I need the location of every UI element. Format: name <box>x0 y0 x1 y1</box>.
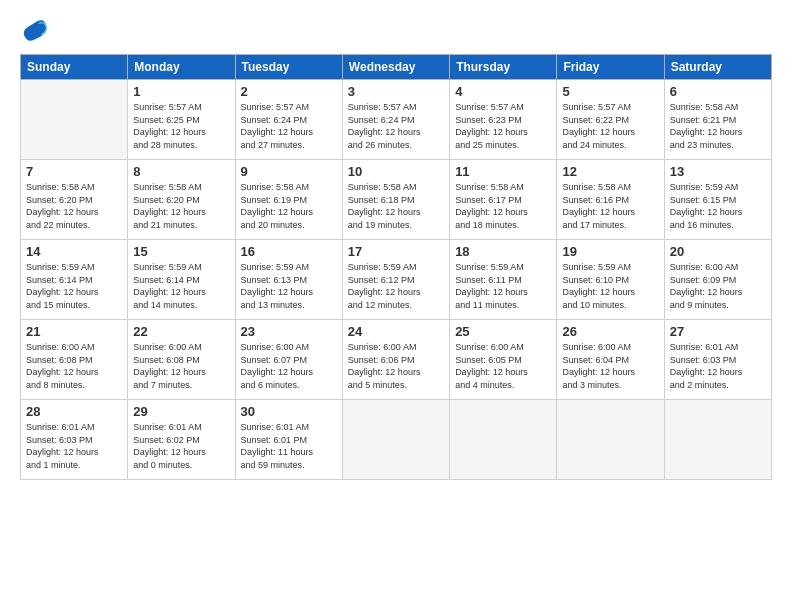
calendar-cell: 23Sunrise: 6:00 AMSunset: 6:07 PMDayligh… <box>235 320 342 400</box>
day-number: 28 <box>26 404 122 419</box>
calendar-cell: 24Sunrise: 6:00 AMSunset: 6:06 PMDayligh… <box>342 320 449 400</box>
day-info: Sunrise: 6:00 AMSunset: 6:06 PMDaylight:… <box>348 341 444 391</box>
logo <box>20 16 50 44</box>
calendar-cell: 21Sunrise: 6:00 AMSunset: 6:08 PMDayligh… <box>21 320 128 400</box>
calendar-cell: 29Sunrise: 6:01 AMSunset: 6:02 PMDayligh… <box>128 400 235 480</box>
day-info: Sunrise: 5:57 AMSunset: 6:23 PMDaylight:… <box>455 101 551 151</box>
day-number: 30 <box>241 404 337 419</box>
day-info: Sunrise: 5:58 AMSunset: 6:20 PMDaylight:… <box>26 181 122 231</box>
day-number: 15 <box>133 244 229 259</box>
day-info: Sunrise: 5:57 AMSunset: 6:24 PMDaylight:… <box>241 101 337 151</box>
weekday-header-saturday: Saturday <box>664 55 771 80</box>
day-info: Sunrise: 6:01 AMSunset: 6:02 PMDaylight:… <box>133 421 229 471</box>
day-number: 2 <box>241 84 337 99</box>
calendar-cell <box>450 400 557 480</box>
weekday-header-row: SundayMondayTuesdayWednesdayThursdayFrid… <box>21 55 772 80</box>
day-number: 26 <box>562 324 658 339</box>
day-info: Sunrise: 5:59 AMSunset: 6:15 PMDaylight:… <box>670 181 766 231</box>
day-info: Sunrise: 5:59 AMSunset: 6:14 PMDaylight:… <box>133 261 229 311</box>
day-info: Sunrise: 5:59 AMSunset: 6:13 PMDaylight:… <box>241 261 337 311</box>
day-info: Sunrise: 6:00 AMSunset: 6:08 PMDaylight:… <box>26 341 122 391</box>
day-number: 1 <box>133 84 229 99</box>
day-number: 21 <box>26 324 122 339</box>
day-number: 25 <box>455 324 551 339</box>
day-info: Sunrise: 5:58 AMSunset: 6:16 PMDaylight:… <box>562 181 658 231</box>
day-number: 14 <box>26 244 122 259</box>
weekday-header-thursday: Thursday <box>450 55 557 80</box>
day-info: Sunrise: 6:00 AMSunset: 6:09 PMDaylight:… <box>670 261 766 311</box>
calendar-cell: 12Sunrise: 5:58 AMSunset: 6:16 PMDayligh… <box>557 160 664 240</box>
calendar-week-row: 1Sunrise: 5:57 AMSunset: 6:25 PMDaylight… <box>21 80 772 160</box>
day-number: 7 <box>26 164 122 179</box>
calendar-table: SundayMondayTuesdayWednesdayThursdayFrid… <box>20 54 772 480</box>
calendar-cell: 16Sunrise: 5:59 AMSunset: 6:13 PMDayligh… <box>235 240 342 320</box>
weekday-header-sunday: Sunday <box>21 55 128 80</box>
calendar-cell: 28Sunrise: 6:01 AMSunset: 6:03 PMDayligh… <box>21 400 128 480</box>
day-number: 23 <box>241 324 337 339</box>
calendar-cell: 6Sunrise: 5:58 AMSunset: 6:21 PMDaylight… <box>664 80 771 160</box>
calendar-cell: 4Sunrise: 5:57 AMSunset: 6:23 PMDaylight… <box>450 80 557 160</box>
calendar-cell: 2Sunrise: 5:57 AMSunset: 6:24 PMDaylight… <box>235 80 342 160</box>
day-info: Sunrise: 6:01 AMSunset: 6:03 PMDaylight:… <box>670 341 766 391</box>
day-info: Sunrise: 5:59 AMSunset: 6:11 PMDaylight:… <box>455 261 551 311</box>
calendar-cell: 15Sunrise: 5:59 AMSunset: 6:14 PMDayligh… <box>128 240 235 320</box>
day-info: Sunrise: 5:58 AMSunset: 6:18 PMDaylight:… <box>348 181 444 231</box>
calendar-cell: 5Sunrise: 5:57 AMSunset: 6:22 PMDaylight… <box>557 80 664 160</box>
calendar-cell: 9Sunrise: 5:58 AMSunset: 6:19 PMDaylight… <box>235 160 342 240</box>
day-info: Sunrise: 5:59 AMSunset: 6:12 PMDaylight:… <box>348 261 444 311</box>
weekday-header-tuesday: Tuesday <box>235 55 342 80</box>
calendar-cell: 8Sunrise: 5:58 AMSunset: 6:20 PMDaylight… <box>128 160 235 240</box>
day-number: 5 <box>562 84 658 99</box>
day-number: 10 <box>348 164 444 179</box>
weekday-header-friday: Friday <box>557 55 664 80</box>
day-number: 20 <box>670 244 766 259</box>
weekday-header-monday: Monday <box>128 55 235 80</box>
calendar-cell <box>342 400 449 480</box>
day-info: Sunrise: 5:57 AMSunset: 6:22 PMDaylight:… <box>562 101 658 151</box>
calendar-cell: 13Sunrise: 5:59 AMSunset: 6:15 PMDayligh… <box>664 160 771 240</box>
calendar-cell: 22Sunrise: 6:00 AMSunset: 6:08 PMDayligh… <box>128 320 235 400</box>
day-number: 16 <box>241 244 337 259</box>
calendar-cell <box>664 400 771 480</box>
day-number: 29 <box>133 404 229 419</box>
day-number: 19 <box>562 244 658 259</box>
calendar-week-row: 28Sunrise: 6:01 AMSunset: 6:03 PMDayligh… <box>21 400 772 480</box>
day-info: Sunrise: 5:57 AMSunset: 6:24 PMDaylight:… <box>348 101 444 151</box>
day-info: Sunrise: 5:59 AMSunset: 6:14 PMDaylight:… <box>26 261 122 311</box>
day-info: Sunrise: 5:58 AMSunset: 6:19 PMDaylight:… <box>241 181 337 231</box>
day-info: Sunrise: 5:59 AMSunset: 6:10 PMDaylight:… <box>562 261 658 311</box>
day-info: Sunrise: 6:00 AMSunset: 6:04 PMDaylight:… <box>562 341 658 391</box>
day-number: 13 <box>670 164 766 179</box>
day-info: Sunrise: 6:00 AMSunset: 6:08 PMDaylight:… <box>133 341 229 391</box>
day-info: Sunrise: 6:00 AMSunset: 6:05 PMDaylight:… <box>455 341 551 391</box>
day-number: 12 <box>562 164 658 179</box>
calendar-cell: 19Sunrise: 5:59 AMSunset: 6:10 PMDayligh… <box>557 240 664 320</box>
day-number: 24 <box>348 324 444 339</box>
calendar-week-row: 21Sunrise: 6:00 AMSunset: 6:08 PMDayligh… <box>21 320 772 400</box>
calendar-cell: 20Sunrise: 6:00 AMSunset: 6:09 PMDayligh… <box>664 240 771 320</box>
calendar-cell: 1Sunrise: 5:57 AMSunset: 6:25 PMDaylight… <box>128 80 235 160</box>
calendar-week-row: 7Sunrise: 5:58 AMSunset: 6:20 PMDaylight… <box>21 160 772 240</box>
calendar-cell: 10Sunrise: 5:58 AMSunset: 6:18 PMDayligh… <box>342 160 449 240</box>
day-info: Sunrise: 6:01 AMSunset: 6:01 PMDaylight:… <box>241 421 337 471</box>
day-info: Sunrise: 5:57 AMSunset: 6:25 PMDaylight:… <box>133 101 229 151</box>
day-number: 4 <box>455 84 551 99</box>
calendar-cell <box>21 80 128 160</box>
day-number: 22 <box>133 324 229 339</box>
calendar-cell <box>557 400 664 480</box>
day-number: 18 <box>455 244 551 259</box>
day-number: 3 <box>348 84 444 99</box>
calendar-cell: 3Sunrise: 5:57 AMSunset: 6:24 PMDaylight… <box>342 80 449 160</box>
calendar-cell: 7Sunrise: 5:58 AMSunset: 6:20 PMDaylight… <box>21 160 128 240</box>
calendar-cell: 25Sunrise: 6:00 AMSunset: 6:05 PMDayligh… <box>450 320 557 400</box>
day-info: Sunrise: 5:58 AMSunset: 6:20 PMDaylight:… <box>133 181 229 231</box>
calendar-cell: 11Sunrise: 5:58 AMSunset: 6:17 PMDayligh… <box>450 160 557 240</box>
calendar-cell: 18Sunrise: 5:59 AMSunset: 6:11 PMDayligh… <box>450 240 557 320</box>
day-number: 17 <box>348 244 444 259</box>
weekday-header-wednesday: Wednesday <box>342 55 449 80</box>
calendar-cell: 14Sunrise: 5:59 AMSunset: 6:14 PMDayligh… <box>21 240 128 320</box>
calendar-cell: 27Sunrise: 6:01 AMSunset: 6:03 PMDayligh… <box>664 320 771 400</box>
header <box>20 16 772 44</box>
day-info: Sunrise: 6:01 AMSunset: 6:03 PMDaylight:… <box>26 421 122 471</box>
page: SundayMondayTuesdayWednesdayThursdayFrid… <box>0 0 792 612</box>
